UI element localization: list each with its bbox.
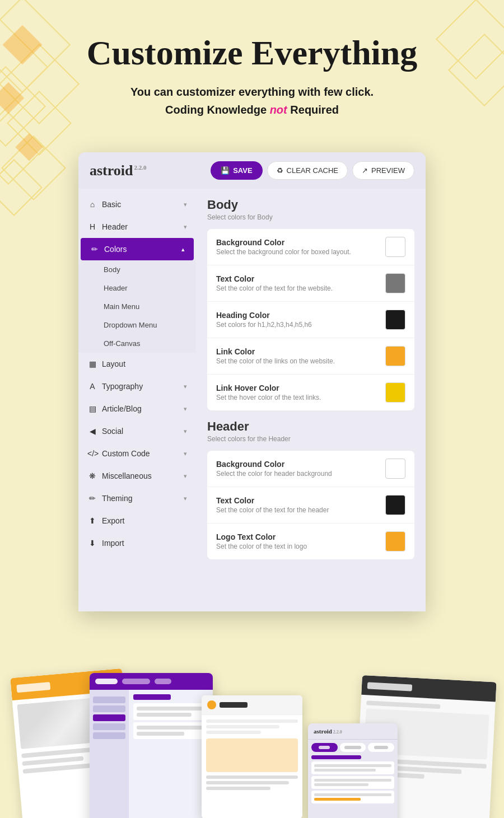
chevron-down-icon: ▾ bbox=[184, 201, 187, 208]
clear-cache-button[interactable]: ♻ CLEAR CACHE bbox=[267, 161, 348, 180]
sidebar-item-export[interactable]: ⬆ Export bbox=[78, 510, 196, 532]
body-link-hover-color-row: Link Hover Color Set the hover color of … bbox=[207, 375, 414, 410]
header-text-info: Text Color Set the color of the text for… bbox=[216, 496, 385, 514]
body-link-hover-info: Link Hover Color Set the hover color of … bbox=[216, 384, 385, 401]
sidebar-layout-label: Layout bbox=[102, 359, 125, 368]
sidebar-subitem-main-menu[interactable]: Main Menu bbox=[78, 297, 196, 316]
body-section-title: Body bbox=[207, 198, 414, 212]
body-background-color-row: Background Color Select the background c… bbox=[207, 229, 414, 265]
clear-cache-label: CLEAR CACHE bbox=[287, 166, 338, 175]
header-bg-color-row: Background Color Select the color for he… bbox=[207, 451, 414, 487]
chevron-down-icon-2: ▾ bbox=[184, 223, 187, 231]
layout-icon: ▦ bbox=[87, 359, 97, 368]
sidebar-item-article-blog[interactable]: ▤ Article/Blog ▾ bbox=[78, 398, 196, 420]
sidebar: ⌂ Basic ▾ H Header ▾ ✏ bbox=[78, 189, 196, 611]
sidebar-item-import[interactable]: ⬇ Import bbox=[78, 532, 196, 554]
sidebar-item-misc[interactable]: ❋ Miscellaneous ▾ bbox=[78, 465, 196, 487]
hero-title: Customize Everything bbox=[11, 34, 493, 72]
sidebar-subitem-off-canvas[interactable]: Off-Canvas bbox=[78, 334, 196, 353]
social-icon: ◀ bbox=[87, 427, 97, 436]
body-color-card: Background Color Select the background c… bbox=[207, 229, 414, 410]
header-bg-desc: Select the color for header background bbox=[216, 470, 385, 478]
sidebar-item-basic[interactable]: ⌂ Basic ▾ bbox=[78, 193, 196, 216]
sidebar-item-header[interactable]: H Header ▾ bbox=[78, 216, 196, 238]
chevron-down-icon-7: ▾ bbox=[184, 473, 187, 480]
sidebar-item-layout-left: ▦ Layout bbox=[87, 359, 125, 368]
body-link-hover-swatch[interactable] bbox=[385, 382, 405, 403]
sidebar-header-label: Header bbox=[102, 222, 128, 231]
import-icon: ⬇ bbox=[87, 539, 97, 548]
logo-area: astroid2.2.0 bbox=[90, 162, 205, 179]
body-bg-info: Background Color Select the background c… bbox=[216, 238, 385, 256]
logo-name: astroid bbox=[90, 162, 133, 179]
sidebar-import-label: Import bbox=[102, 539, 124, 548]
body-link-swatch[interactable] bbox=[385, 346, 405, 366]
sidebar-item-import-left: ⬇ Import bbox=[87, 539, 124, 548]
theming-icon: ✏ bbox=[87, 494, 97, 503]
body-link-label: Link Color bbox=[216, 347, 385, 356]
sidebar-social-label: Social bbox=[102, 427, 123, 436]
external-link-icon: ↗ bbox=[362, 166, 368, 175]
body-heading-desc: Set colors for h1,h2,h3,h4,h5,h6 bbox=[216, 321, 385, 329]
sidebar-item-header-left: H Header bbox=[87, 222, 128, 231]
typography-icon: A bbox=[87, 382, 97, 391]
sidebar-item-theming[interactable]: ✏ Theming ▾ bbox=[78, 487, 196, 510]
sidebar-item-colors[interactable]: ✏ Colors ▴ bbox=[81, 238, 194, 260]
chevron-up-icon: ▴ bbox=[181, 246, 185, 253]
body-link-desc: Set the color of the links on the websit… bbox=[216, 357, 385, 365]
sidebar-theming-label: Theming bbox=[102, 494, 132, 503]
body-link-info: Link Color Set the color of the links on… bbox=[216, 347, 385, 365]
sidebar-submenu-colors: Body Header Main Menu Dropdown Menu Off-… bbox=[78, 260, 196, 353]
body-text-swatch[interactable] bbox=[385, 273, 405, 293]
top-buttons: 💾 SAVE ♻ CLEAR CACHE ↗ PREVIEW bbox=[211, 161, 414, 180]
sidebar-item-basic-left: ⌂ Basic bbox=[87, 200, 121, 209]
sidebar-subitem-header[interactable]: Header bbox=[78, 279, 196, 297]
sidebar-item-custom-left: </> Custom Code bbox=[87, 449, 150, 458]
pencil-icon: ✏ bbox=[90, 245, 100, 254]
header-logo-color-row: Logo Text Color Set the color of the tex… bbox=[207, 523, 414, 559]
header-bg-info: Background Color Select the color for he… bbox=[216, 460, 385, 478]
save-label: SAVE bbox=[233, 166, 252, 175]
body-heading-swatch[interactable] bbox=[385, 310, 405, 330]
body-link-color-row: Link Color Set the color of the links on… bbox=[207, 338, 414, 375]
sidebar-item-social[interactable]: ◀ Social ▾ bbox=[78, 420, 196, 442]
logo-text: astroid2.2.0 bbox=[90, 162, 147, 179]
sidebar-item-layout[interactable]: ▦ Layout bbox=[78, 353, 196, 375]
sidebar-item-custom-code[interactable]: </> Custom Code ▾ bbox=[78, 442, 196, 465]
header-logo-label: Logo Text Color bbox=[216, 532, 385, 541]
hero-coding: Coding Knowledge bbox=[165, 104, 267, 116]
header-logo-swatch[interactable] bbox=[385, 531, 405, 551]
hero-not: not bbox=[270, 104, 287, 116]
header-text-swatch[interactable] bbox=[385, 495, 405, 515]
logo-version: 2.2.0 bbox=[134, 164, 147, 171]
main-content: Body Select colors for Body Background C… bbox=[196, 189, 426, 611]
code-icon: </> bbox=[87, 449, 97, 458]
chevron-down-icon-4: ▾ bbox=[184, 405, 187, 413]
screenshot-astroid-bottom: astroid 2.2.0 bbox=[308, 723, 398, 818]
body-bg-desc: Select the background color for boxed la… bbox=[216, 248, 385, 256]
body-text-color-row: Text Color Set the color of the text for… bbox=[207, 265, 414, 302]
header-icon: H bbox=[87, 222, 97, 231]
sidebar-export-label: Export bbox=[102, 516, 124, 525]
sidebar-subitem-dropdown[interactable]: Dropdown Menu bbox=[78, 316, 196, 334]
chevron-down-icon-5: ▾ bbox=[184, 428, 187, 435]
hero-subtitle-line1: You can customizer everything with few c… bbox=[130, 86, 374, 98]
preview-button[interactable]: ↗ PREVIEW bbox=[352, 161, 414, 180]
body-bg-swatch[interactable] bbox=[385, 237, 405, 257]
panel-wrapper: astroid2.2.0 💾 SAVE ♻ CLEAR CACHE ↗ PREV… bbox=[0, 141, 504, 611]
header-section-title: Header bbox=[207, 419, 414, 434]
body-text-info: Text Color Set the color of the text for… bbox=[216, 274, 385, 292]
sidebar-item-misc-left: ❋ Miscellaneous bbox=[87, 471, 152, 480]
header-bg-swatch[interactable] bbox=[385, 459, 405, 479]
body-heading-info: Heading Color Set colors for h1,h2,h3,h4… bbox=[216, 311, 385, 329]
sidebar-subitem-body[interactable]: Body bbox=[78, 260, 196, 279]
body-text-label: Text Color bbox=[216, 274, 385, 283]
bottom-screenshots: astroid 2.2.0 bbox=[0, 595, 504, 818]
hero-section: Customize Everything You can customizer … bbox=[0, 0, 504, 141]
save-button[interactable]: 💾 SAVE bbox=[211, 161, 262, 180]
sidebar-item-typography[interactable]: A Typography ▾ bbox=[78, 375, 196, 398]
body-heading-label: Heading Color bbox=[216, 311, 385, 320]
misc-icon: ❋ bbox=[87, 471, 97, 480]
sidebar-misc-label: Miscellaneous bbox=[102, 471, 152, 480]
header-bg-label: Background Color bbox=[216, 460, 385, 469]
